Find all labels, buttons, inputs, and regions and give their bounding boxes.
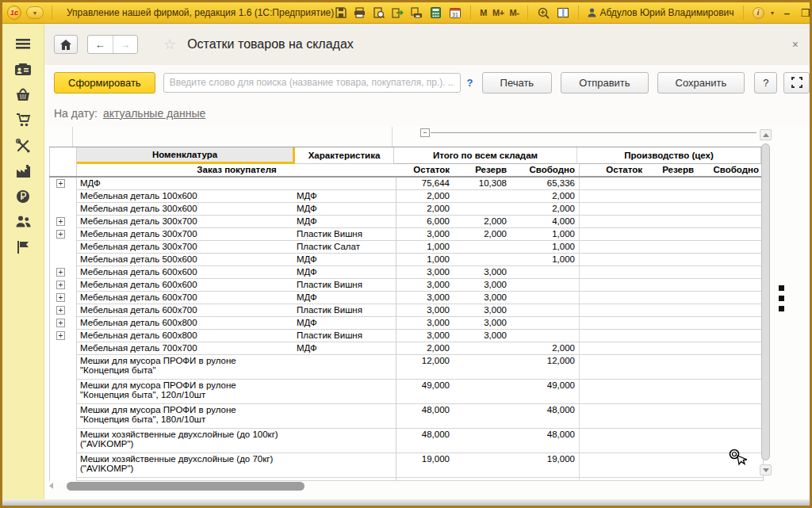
search-input[interactable]	[163, 73, 461, 93]
table-row[interactable]: Мебельная деталь 300х600МДФ2,0002,000	[49, 203, 764, 216]
search-help-link[interactable]: ?	[467, 77, 473, 89]
company-flag-icon[interactable]	[15, 239, 31, 254]
expand-plus-button[interactable]: +	[56, 306, 65, 315]
purchases-cart-icon[interactable]	[15, 113, 31, 128]
expand-plus-button[interactable]: +	[56, 268, 65, 277]
column-group-collapse-button[interactable]: −	[420, 128, 430, 137]
minimize-button[interactable]: –	[780, 7, 793, 19]
form-close-icon[interactable]: ×	[792, 38, 799, 51]
table-row[interactable]: +МДФ1830х275075,64410,30865,336	[49, 178, 764, 190]
info-icon[interactable]: i	[753, 7, 764, 19]
horizontal-scrollbar[interactable]	[49, 480, 764, 492]
expand-plus-button[interactable]: +	[56, 331, 65, 340]
table-row[interactable]: Мешки хозяйственные двухслойные (до 70кг…	[49, 453, 764, 478]
send-button[interactable]: Отправить	[561, 72, 648, 94]
memory-m-button[interactable]: M	[480, 8, 487, 17]
zoom-icon[interactable]	[537, 6, 550, 19]
characteristic-cell	[295, 453, 396, 478]
sales-basket-icon[interactable]	[15, 87, 31, 102]
print-preview-icon[interactable]	[372, 6, 385, 19]
table-row[interactable]: +Мебельная деталь 300х700МДФ6,0002,0004,…	[49, 216, 764, 228]
expand-plus-button[interactable]: +	[56, 319, 65, 327]
help-button[interactable]: ?	[754, 72, 777, 94]
scroll-down-arrow[interactable]	[760, 464, 772, 476]
memory-m-minus-button[interactable]: M-	[510, 8, 519, 17]
table-row[interactable]: Мешки для мусора ПРОФИ в рулоне"Концепци…	[49, 380, 764, 404]
subheader-stock[interactable]: Остаток	[580, 164, 646, 176]
home-icon	[60, 40, 71, 50]
works-tools-icon[interactable]	[15, 138, 31, 153]
production-factory-icon[interactable]	[15, 163, 31, 178]
table-row[interactable]: +Мебельная деталь 300х700Пластик Вишня3,…	[49, 228, 764, 241]
main-menu-dropdown[interactable]: ▼	[26, 6, 44, 19]
column-group-total-warehouses[interactable]: Итого по всем складам	[394, 147, 577, 164]
current-user[interactable]: Абдулов Юрий Владимирович	[588, 7, 733, 18]
memory-m-plus-button[interactable]: M+	[492, 8, 504, 17]
value-cell	[511, 317, 580, 330]
header-row-subcolumns: Заказ покупателя Остаток Резерв Свободно…	[49, 164, 764, 178]
print-icon[interactable]	[353, 6, 366, 19]
expand-plus-button[interactable]: +	[56, 293, 65, 302]
scroll-up-arrow[interactable]	[760, 129, 772, 140]
subheader-free[interactable]: Свободно	[698, 164, 764, 176]
splitter-handle[interactable]	[779, 285, 785, 316]
generate-button[interactable]: Сформировать	[54, 72, 155, 94]
table-row[interactable]: Мебельная деталь 500х600МДФ1,0001,000	[49, 254, 764, 266]
table-row[interactable]: +Мебельная деталь 600х600Пластик Вишня3,…	[49, 279, 764, 292]
value-cell: 65,336	[511, 178, 580, 190]
table-row[interactable]: +Мебельная деталь 600х800Пластик Вишня3,…	[49, 330, 764, 342]
subheader-reserve[interactable]: Резерв	[454, 164, 511, 176]
subheader-reserve[interactable]: Резерв	[646, 164, 698, 176]
subheader-free[interactable]: Свободно	[511, 164, 580, 176]
column-header-nomenclature[interactable]: Номенклатура	[77, 147, 295, 164]
menu-icon[interactable]	[15, 36, 31, 52]
table-row[interactable]: Мешки хозяйственные двухслойные (до 100к…	[49, 429, 764, 453]
export-icon[interactable]	[391, 6, 404, 19]
row-header-cell: +	[49, 304, 77, 317]
horizontal-scroll-thumb[interactable]	[67, 482, 304, 491]
value-cell	[454, 429, 511, 453]
table-row[interactable]: +Мебельная деталь 600х700МДФ3,0003,000	[49, 292, 764, 304]
subheader-stock[interactable]: Остаток	[396, 164, 454, 176]
fullscreen-button[interactable]	[783, 72, 810, 94]
calculator-icon[interactable]	[429, 6, 442, 19]
expand-plus-button[interactable]: +	[56, 230, 65, 239]
nomenclature-cell: Мебельная деталь 600х600	[77, 279, 295, 292]
vertical-scrollbar[interactable]	[760, 129, 772, 476]
column-header-characteristic[interactable]: Характеристика	[295, 147, 394, 164]
column-header-customer-order[interactable]: Заказ покупателя	[77, 164, 396, 176]
table-row[interactable]: Мешки для мусора ПРОФИ в рулоне"Концепци…	[49, 355, 764, 380]
vertical-scroll-thumb[interactable]	[761, 143, 770, 460]
value-cell: 48,000	[511, 429, 580, 453]
contacts-card-icon[interactable]	[15, 62, 31, 77]
table-row[interactable]: Мешки для мусора ПРОФИ в рулоне"Концепци…	[49, 404, 764, 429]
expand-plus-button[interactable]: +	[56, 179, 65, 188]
split-view-icon[interactable]	[556, 6, 569, 19]
forward-button[interactable]: →	[113, 36, 138, 53]
personnel-people-icon[interactable]	[15, 214, 31, 229]
send-file-icon[interactable]	[410, 6, 423, 19]
maximize-button[interactable]: ❒	[799, 7, 811, 19]
table-row[interactable]: Мебельная деталь 700х700МДФ2,0002,000	[49, 342, 764, 355]
scroll-left-arrow[interactable]	[49, 483, 53, 489]
print-button[interactable]: Печать	[482, 72, 553, 94]
column-group-production[interactable]: Производство (цех)	[577, 147, 761, 164]
table-row[interactable]: +Мебельная деталь 600х700Пластик Вишня3,…	[49, 304, 764, 317]
table-row[interactable]: Мебельная деталь 100х600МДФ2,0002,000	[49, 190, 764, 203]
save-button[interactable]: Сохранить	[657, 72, 745, 94]
table-row[interactable]: +Мебельная деталь 600х800МДФ3,0003,000	[49, 317, 764, 330]
expand-plus-button[interactable]: +	[56, 281, 65, 289]
table-row[interactable]: +Мебельная деталь 600х600МДФ3,0003,000	[49, 266, 764, 279]
money-ruble-icon[interactable]	[15, 189, 31, 204]
back-button[interactable]: ←	[88, 36, 113, 53]
save-icon[interactable]	[334, 6, 347, 19]
table-row[interactable]: Мебельная деталь 300х700Пластик Салат1,0…	[49, 241, 764, 254]
calendar-icon[interactable]: 31	[448, 6, 462, 19]
home-button[interactable]	[54, 35, 78, 54]
favorite-star-icon[interactable]: ☆	[163, 36, 176, 53]
info-caret-icon[interactable]: ▼	[770, 10, 776, 16]
expand-plus-button[interactable]: +	[56, 217, 65, 226]
value-cell	[511, 330, 580, 342]
nomenclature-cell: Мешки хозяйственные двухслойные (до 100к…	[77, 429, 295, 453]
date-filter-link[interactable]: актуальные данные	[103, 107, 205, 120]
